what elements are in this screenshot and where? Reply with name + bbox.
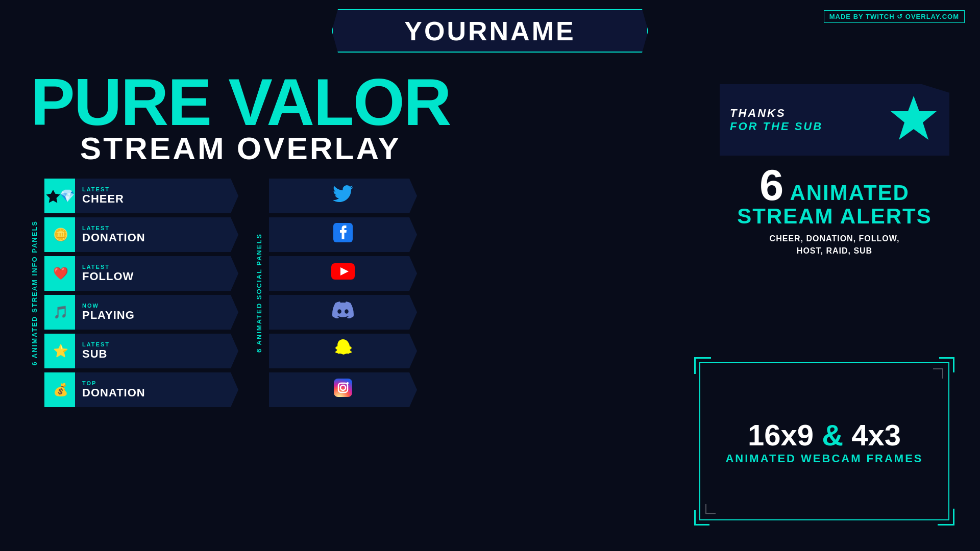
thanks-line2: FOR THE SUB <box>730 120 823 133</box>
sub-label-small: LATEST <box>82 341 110 347</box>
svg-rect-5 <box>334 379 352 397</box>
webcam-text: 16x9 & 4x3 ANIMATED WEBCAM FRAMES <box>725 418 923 465</box>
stream-overlay-text: STREAM OVERLAY <box>31 130 451 166</box>
webcam-subtitle: ANIMATED WEBCAM FRAMES <box>725 452 923 465</box>
social-instagram <box>269 372 417 407</box>
svg-point-8 <box>347 382 349 384</box>
twitter-icon <box>333 185 353 207</box>
alerts-section: THANKS FOR THE SUB 6 ANIMATED STREAM ALE… <box>720 84 949 257</box>
pure-valor-text: PURE VALOR <box>31 69 451 135</box>
thanks-line1: THANKS <box>730 107 823 120</box>
topdonation-icon: 💰 <box>46 372 75 407</box>
nowplaying-label-big: PLAYING <box>82 309 135 322</box>
alerts-header: 6 ANIMATED <box>725 163 944 207</box>
inner-corner-tr <box>933 368 943 379</box>
topdonation-label-big: DONATION <box>82 386 145 399</box>
social-facebook <box>269 217 417 252</box>
snapchat-icon <box>334 339 352 363</box>
donation-icon: 🪙 <box>46 217 75 252</box>
donation-text: LATEST DONATION <box>80 225 145 244</box>
donation-label-big: DONATION <box>82 231 145 244</box>
star-icon <box>888 93 939 146</box>
topdonation-label-small: TOP <box>82 380 145 386</box>
thanks-content: THANKS FOR THE SUB <box>730 93 939 146</box>
panel-follow: ❤️ LATEST FOLLOW <box>44 256 238 291</box>
nowplaying-label-small: NOW <box>82 303 135 309</box>
animated-alerts: 6 ANIMATED STREAM ALERTS CHEER, DONATION… <box>720 163 949 257</box>
sub-icon: ⭐ <box>46 334 75 368</box>
social-discord <box>269 295 417 330</box>
youtube-icon <box>331 263 355 284</box>
svg-marker-9 <box>891 96 937 140</box>
alerts-list: CHEER, DONATION, FOLLOW,HOST, RAID, SUB <box>725 233 944 257</box>
webcam-amp: & <box>822 418 851 452</box>
follow-icon: ❤️ <box>46 256 75 291</box>
nowplaying-text: NOW PLAYING <box>80 303 135 322</box>
alerts-number: 6 <box>760 163 783 207</box>
left-panels-section: 6 ANIMATED STREAM INFO PANELS 💎 LATEST C… <box>31 179 238 407</box>
social-panels-label: 6 ANIMATED SOCIAL PANELS <box>255 233 263 353</box>
cheer-label-big: CHEER <box>82 192 124 206</box>
instagram-icon <box>334 379 352 402</box>
facebook-icon <box>333 223 353 247</box>
social-panels-section: 6 ANIMATED SOCIAL PANELS <box>255 179 417 407</box>
follow-text: LATEST FOLLOW <box>80 264 134 283</box>
social-list <box>269 179 417 407</box>
alerts-animated-label: ANIMATED <box>790 182 910 204</box>
topdonation-text: TOP DONATION <box>80 380 145 399</box>
alerts-titles: ANIMATED <box>790 182 910 204</box>
made-by-badge: MADE BY TWITCH ↺ OVERLAY.COM <box>824 10 965 23</box>
sub-text: LATEST SUB <box>80 341 110 361</box>
panel-cheer: 💎 LATEST CHEER <box>44 179 238 213</box>
inner-corner-bl <box>705 504 716 514</box>
discord-icon <box>332 302 354 323</box>
thanks-text: THANKS FOR THE SUB <box>730 107 823 133</box>
cheer-label-small: LATEST <box>82 186 124 192</box>
alerts-subtitle: STREAM ALERTS <box>725 204 944 229</box>
social-twitter <box>269 179 417 213</box>
panel-topdonation: 💰 TOP DONATION <box>44 372 238 407</box>
donation-label-small: LATEST <box>82 225 145 231</box>
panel-sub: ⭐ LATEST SUB <box>44 334 238 368</box>
big-title-section: PURE VALOR STREAM OVERLAY <box>31 69 451 166</box>
sub-label-big: SUB <box>82 347 110 361</box>
social-snapchat <box>269 334 417 368</box>
left-panels-label: 6 ANIMATED STREAM INFO PANELS <box>31 220 38 366</box>
header-bar: YOURNAME <box>332 9 648 53</box>
cheer-text: LATEST CHEER <box>80 186 124 206</box>
panel-donation: 🪙 LATEST DONATION <box>44 217 238 252</box>
thanks-box: THANKS FOR THE SUB <box>720 84 949 156</box>
follow-label-big: FOLLOW <box>82 270 134 283</box>
panel-nowplaying: 🎵 NOW PLAYING <box>44 295 238 330</box>
nowplaying-icon: 🎵 <box>46 295 75 330</box>
follow-label-small: LATEST <box>82 264 134 270</box>
header-title: YOURNAME <box>404 16 575 46</box>
cheer-icon: 💎 <box>46 179 75 213</box>
panels-list: 💎 LATEST CHEER 🪙 LATEST DONATION ❤️ LATE… <box>44 179 238 407</box>
social-youtube <box>269 256 417 291</box>
webcam-size-text: 16x9 & 4x3 <box>725 418 923 452</box>
webcam-frame-section: 16x9 & 4x3 ANIMATED WEBCAM FRAMES <box>699 362 949 520</box>
